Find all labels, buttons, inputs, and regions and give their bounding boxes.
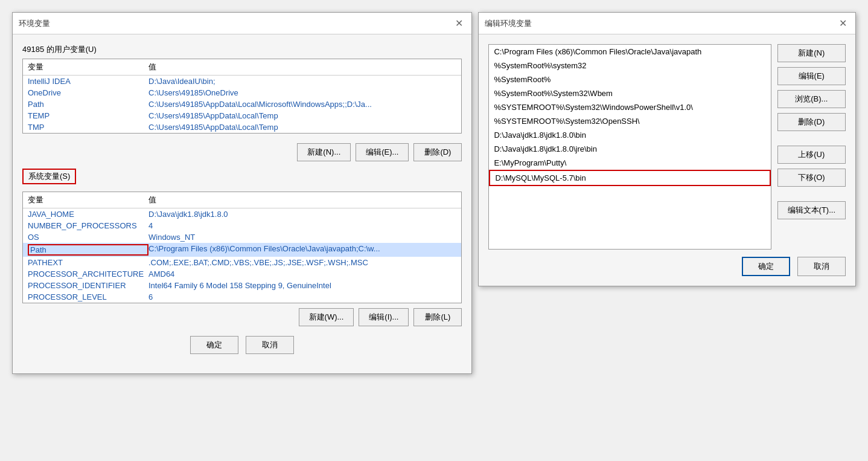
path-item[interactable]: E:\MyProgram\Putty\ (489, 156, 770, 170)
path-list-box: C:\Program Files (x86)\Common Files\Orac… (488, 44, 771, 250)
env-cancel-button[interactable]: 取消 (246, 336, 294, 354)
edit-browse-button[interactable]: 浏览(B)... (777, 90, 846, 108)
path-item-highlighted[interactable]: D:\MySQL\MySQL-5.7\bin (489, 170, 770, 186)
edit-dialog-titlebar: 编辑环境变量 ✕ (479, 13, 855, 34)
user-var-name: IntelliJ IDEA (28, 77, 148, 86)
edit-new-button[interactable]: 新建(N) (777, 44, 846, 62)
edit-edit-button[interactable]: 编辑(E) (777, 67, 846, 85)
edit-btn-col: 新建(N) 编辑(E) 浏览(B)... 删除(D) 上移(U) 下移(O) 编… (777, 44, 846, 250)
user-var-val: C:\Users\49185\AppData\Local\Microsoft\W… (148, 100, 456, 109)
edit-env-dialog: 编辑环境变量 ✕ C:\Program Files (x86)\Common F… (478, 12, 856, 286)
table-row[interactable]: IntelliJ IDEA D:\Java\IdeaIU\bin; (23, 76, 461, 87)
edit-cancel-button[interactable]: 取消 (797, 257, 846, 276)
sys-var-val: Intel64 Family 6 Model 158 Stepping 9, G… (148, 281, 456, 290)
user-new-button[interactable]: 新建(N)... (297, 143, 351, 161)
sys-edit-button[interactable]: 编辑(I)... (359, 308, 409, 326)
env-bottom-btns: 确定 取消 (22, 326, 462, 364)
sys-col-val-header: 值 (148, 195, 447, 205)
system-vars-box: 变量 值 JAVA_HOME D:\Java\jdk1.8\jdk1.8.0 N… (22, 192, 462, 303)
table-row[interactable]: Path C:\Program Files (x86)\Common Files… (23, 243, 461, 257)
table-row[interactable]: Path C:\Users\49185\AppData\Local\Micros… (23, 98, 461, 110)
sys-var-name: PROCESSOR_LEVEL (28, 292, 148, 301)
user-var-val: D:\Java\IdeaIU\bin; (148, 77, 456, 86)
sys-var-name: PROCESSOR_ARCHITECTURE (28, 269, 148, 279)
env-dialog: 环境变量 ✕ 49185 的用户变量(U) 变量 值 IntelliJ IDEA… (12, 12, 472, 374)
env-dialog-title: 环境变量 (19, 18, 50, 29)
user-delete-button[interactable]: 删除(D) (413, 143, 462, 161)
path-item[interactable]: D:\Java\jdk1.8\jdk1.8.0\bin (489, 128, 770, 142)
edit-bottom-btns: 确定 取消 (488, 250, 846, 276)
edit-dialog-content: C:\Program Files (x86)\Common Files\Orac… (479, 34, 855, 286)
edit-dialog-close[interactable]: ✕ (837, 18, 849, 29)
sys-var-val: 4 (148, 221, 456, 230)
edit-dialog-title: 编辑环境变量 (485, 18, 532, 29)
sys-var-name: JAVA_HOME (28, 210, 148, 219)
user-btn-row: 新建(N)... 编辑(E)... 删除(D) (22, 143, 462, 161)
table-row[interactable]: JAVA_HOME D:\Java\jdk1.8\jdk1.8.0 (23, 208, 461, 220)
path-item[interactable]: %SystemRoot%\system32 (489, 59, 770, 73)
env-dialog-content: 49185 的用户变量(U) 变量 值 IntelliJ IDEA D:\Jav… (13, 34, 471, 373)
table-row[interactable]: TMP C:\Users\49185\AppData\Local\Temp (23, 121, 461, 133)
system-section: 系统变量(S) 变量 值 JAVA_HOME D:\Java\jdk1.8\jd… (22, 169, 462, 326)
user-edit-button[interactable]: 编辑(E)... (356, 143, 409, 161)
table-row[interactable]: NUMBER_OF_PROCESSORS 4 (23, 220, 461, 231)
system-table-header: 变量 值 (23, 192, 461, 208)
system-section-label: 系统变量(S) (22, 169, 76, 184)
sys-var-val: C:\Program Files (x86)\Common Files\Orac… (148, 244, 456, 256)
path-item[interactable]: %SYSTEMROOT%\System32\OpenSSH\ (489, 114, 770, 128)
env-ok-button[interactable]: 确定 (190, 336, 238, 354)
sys-var-val: .COM;.EXE;.BAT;.CMD;.VBS;.VBE;.JS;.JSE;.… (148, 258, 456, 267)
user-vars-box: 变量 值 IntelliJ IDEA D:\Java\IdeaIU\bin; O… (22, 59, 462, 134)
table-row[interactable]: TEMP C:\Users\49185\AppData\Local\Temp (23, 110, 461, 121)
env-dialog-close[interactable]: ✕ (453, 18, 465, 29)
user-table-body: IntelliJ IDEA D:\Java\IdeaIU\bin; OneDri… (23, 76, 461, 133)
user-var-val: C:\Users\49185\AppData\Local\Temp (148, 111, 456, 120)
path-item[interactable]: %SystemRoot% (489, 73, 770, 86)
system-section-label-wrapper: 系统变量(S) (22, 169, 462, 188)
sys-col-var-header: 变量 (28, 195, 148, 205)
table-row[interactable]: OneDrive C:\Users\49185\OneDrive (23, 87, 461, 98)
sys-new-button[interactable]: 新建(W)... (299, 308, 354, 326)
system-table-body: JAVA_HOME D:\Java\jdk1.8\jdk1.8.0 NUMBER… (23, 208, 461, 303)
sys-delete-button[interactable]: 删除(L) (413, 308, 462, 326)
edit-down-button[interactable]: 下移(O) (777, 169, 846, 187)
sys-var-name: NUMBER_OF_PROCESSORS (28, 221, 148, 230)
user-var-name: Path (28, 100, 148, 109)
user-section-label: 49185 的用户变量(U) (22, 44, 462, 55)
user-var-name: TEMP (28, 111, 148, 120)
path-item[interactable]: %SystemRoot%\System32\Wbem (489, 86, 770, 100)
sys-var-val: 6 (148, 292, 456, 301)
table-row[interactable]: PROCESSOR_LEVEL 6 (23, 291, 461, 303)
env-dialog-titlebar: 环境变量 ✕ (13, 13, 471, 34)
sys-var-val: AMD64 (148, 269, 456, 279)
edit-up-button[interactable]: 上移(U) (777, 146, 846, 164)
table-row[interactable]: PROCESSOR_ARCHITECTURE AMD64 (23, 268, 461, 280)
sys-var-val: D:\Java\jdk1.8\jdk1.8.0 (148, 210, 456, 219)
table-row[interactable]: PROCESSOR_IDENTIFIER Intel64 Family 6 Mo… (23, 280, 461, 291)
sys-var-name: Path (28, 244, 148, 256)
edit-dialog-inner: C:\Program Files (x86)\Common Files\Orac… (488, 44, 846, 250)
user-table-header: 变量 值 (23, 59, 461, 76)
user-col-var-header: 变量 (28, 62, 148, 73)
edit-delete-button[interactable]: 删除(D) (777, 113, 846, 131)
user-var-name: TMP (28, 123, 148, 132)
edit-ok-button[interactable]: 确定 (742, 257, 790, 276)
path-item[interactable]: D:\Java\jdk1.8\jdk1.8.0\jre\bin (489, 142, 770, 156)
path-item[interactable]: C:\Program Files (x86)\Common Files\Orac… (489, 45, 770, 59)
user-var-name: OneDrive (28, 88, 148, 97)
user-var-val: C:\Users\49185\OneDrive (148, 88, 456, 97)
table-row[interactable]: PATHEXT .COM;.EXE;.BAT;.CMD;.VBS;.VBE;.J… (23, 257, 461, 268)
sys-var-name: PATHEXT (28, 258, 148, 267)
sys-var-val: Windows_NT (148, 233, 456, 242)
user-var-val: C:\Users\49185\AppData\Local\Temp (148, 123, 456, 132)
edit-text-button[interactable]: 编辑文本(T)... (777, 201, 846, 219)
user-col-val-header: 值 (148, 62, 456, 73)
sys-var-name: PROCESSOR_IDENTIFIER (28, 281, 148, 290)
path-item[interactable]: %SYSTEMROOT%\System32\WindowsPowerShell\… (489, 100, 770, 114)
sys-var-name: OS (28, 233, 148, 242)
table-row[interactable]: OS Windows_NT (23, 231, 461, 243)
system-btn-row: 新建(W)... 编辑(I)... 删除(L) (22, 308, 462, 326)
